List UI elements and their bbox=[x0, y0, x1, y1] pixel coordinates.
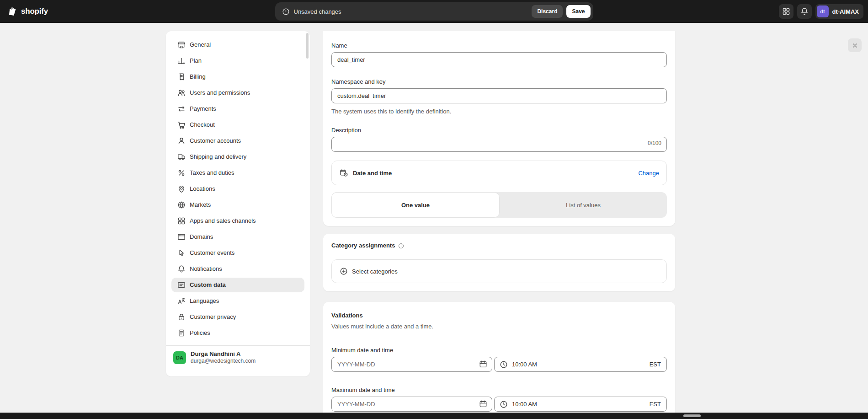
calendar-icon[interactable] bbox=[479, 360, 488, 369]
min-time-value: 10:00 AM bbox=[512, 361, 537, 368]
payments-icon bbox=[177, 104, 186, 113]
sidebar-item-languages[interactable]: Languages bbox=[171, 294, 304, 308]
description-label: Description bbox=[331, 126, 667, 135]
apps-grid-icon bbox=[782, 7, 791, 16]
sidebar-item-apps-and-sales-channels[interactable]: Apps and sales channels bbox=[171, 214, 304, 228]
sidebar-item-custom-data[interactable]: Custom data bbox=[171, 278, 304, 292]
select-categories-label: Select categories bbox=[352, 268, 398, 275]
settings-nav-list: GeneralPlanBillingUsers and permissionsP… bbox=[171, 38, 304, 340]
validations-subtitle: Values must include a date and a time. bbox=[331, 322, 667, 331]
pin-icon bbox=[177, 184, 186, 193]
horizontal-scrollbar-thumb[interactable] bbox=[683, 414, 701, 417]
sidebar-item-label: Notifications bbox=[190, 264, 222, 274]
calendar-icon[interactable] bbox=[479, 399, 488, 408]
discard-button[interactable]: Discard bbox=[532, 5, 563, 18]
sidebar-item-domains[interactable]: Domains bbox=[171, 230, 304, 244]
info-icon[interactable] bbox=[398, 242, 405, 249]
max-time-value: 10:00 AM bbox=[512, 401, 537, 408]
globe-icon bbox=[177, 200, 186, 210]
sidebar-item-label: Customer privacy bbox=[190, 312, 236, 322]
plan-icon bbox=[177, 56, 186, 65]
top-bar: shopify Unsaved changes Discard Save dt … bbox=[0, 0, 868, 23]
sidebar-item-billing[interactable]: Billing bbox=[171, 70, 304, 84]
cursor-icon bbox=[177, 248, 186, 258]
sidebar-scrollbar-thumb[interactable] bbox=[306, 33, 309, 59]
checkout-icon bbox=[177, 120, 186, 129]
policies-icon bbox=[177, 328, 186, 338]
users-icon bbox=[177, 88, 186, 97]
sidebar-item-notifications[interactable]: Notifications bbox=[171, 262, 304, 276]
topbar-right-group: dt dt-AIMAX bbox=[779, 4, 864, 19]
sidebar-account: DA Durga Nandhini A durga@wedesigntech.c… bbox=[171, 346, 304, 369]
notifications-button[interactable] bbox=[797, 4, 812, 19]
user-menu[interactable]: dt dt-AIMAX bbox=[815, 4, 864, 19]
sidebar-item-policies[interactable]: Policies bbox=[171, 326, 304, 340]
sidebar-item-label: Taxes and duties bbox=[190, 168, 234, 177]
customdata-icon bbox=[177, 280, 186, 290]
max-timezone-label: EST bbox=[650, 401, 661, 408]
sidebar-item-label: Plan bbox=[190, 56, 202, 65]
min-time-input[interactable]: 10:00 AM EST bbox=[494, 357, 667, 372]
max-date-input[interactable] bbox=[331, 397, 492, 412]
sidebar-item-locations[interactable]: Locations bbox=[171, 182, 304, 196]
namespace-help-text: The system uses this to identify the def… bbox=[331, 107, 667, 116]
min-date-input[interactable] bbox=[331, 357, 492, 372]
shopify-admin-screen: shopify Unsaved changes Discard Save dt … bbox=[0, 0, 868, 419]
shopify-logo[interactable]: shopify bbox=[7, 6, 48, 17]
category-assignments-title: Category assignments bbox=[331, 241, 395, 250]
sidebar-item-label: Checkout bbox=[190, 120, 215, 129]
sidebar-item-general[interactable]: General bbox=[171, 38, 304, 52]
close-settings-button[interactable] bbox=[848, 38, 862, 52]
shopify-bag-icon bbox=[7, 6, 18, 17]
sidebar-item-label: Domains bbox=[190, 232, 213, 242]
date-time-icon bbox=[339, 168, 348, 177]
sidebar-item-shipping-and-delivery[interactable]: Shipping and delivery bbox=[171, 150, 304, 164]
domains-icon bbox=[177, 232, 186, 242]
sidebar-item-users-and-permissions[interactable]: Users and permissions bbox=[171, 86, 304, 100]
apps-icon bbox=[177, 216, 186, 226]
change-type-link[interactable]: Change bbox=[638, 170, 659, 177]
max-date-time-label: Maximum date and time bbox=[331, 386, 667, 395]
settings-sidebar: GeneralPlanBillingUsers and permissionsP… bbox=[166, 31, 310, 376]
validations-card: Validations Values must include a date a… bbox=[323, 302, 675, 419]
one-value-option[interactable]: One value bbox=[331, 192, 500, 218]
store-icon bbox=[177, 40, 186, 49]
list-of-values-option[interactable]: List of values bbox=[500, 192, 667, 218]
sidebar-item-checkout[interactable]: Checkout bbox=[171, 118, 304, 132]
namespace-input[interactable] bbox=[331, 88, 667, 103]
max-time-input[interactable]: 10:00 AM EST bbox=[494, 397, 667, 412]
bell-icon bbox=[177, 264, 186, 274]
save-button[interactable]: Save bbox=[566, 5, 590, 18]
bell-icon bbox=[800, 7, 809, 16]
sidebar-item-customer-privacy[interactable]: Customer privacy bbox=[171, 310, 304, 324]
sidebar-item-label: Languages bbox=[190, 296, 219, 306]
name-input[interactable] bbox=[331, 52, 667, 67]
sidebar-item-customer-events[interactable]: Customer events bbox=[171, 246, 304, 260]
store-name: dt-AIMAX bbox=[832, 8, 859, 15]
name-label: Name bbox=[331, 41, 667, 50]
account-email: durga@wedesigntech.com bbox=[191, 358, 256, 365]
sidebar-item-customer-accounts[interactable]: Customer accounts bbox=[171, 134, 304, 148]
unsaved-changes-message: Unsaved changes bbox=[294, 8, 341, 15]
sidebar-item-label: Users and permissions bbox=[190, 88, 250, 97]
sidebar-item-label: Customer events bbox=[190, 248, 234, 258]
sidebar-item-plan[interactable]: Plan bbox=[171, 54, 304, 68]
sidebar-item-payments[interactable]: Payments bbox=[171, 102, 304, 116]
sidebar-item-markets[interactable]: Markets bbox=[171, 198, 304, 212]
character-counter: 0/100 bbox=[648, 140, 661, 146]
apps-grid-button[interactable] bbox=[779, 4, 793, 19]
clock-icon bbox=[499, 400, 508, 409]
sidebar-item-label: Shipping and delivery bbox=[190, 152, 246, 161]
plus-circle-icon bbox=[339, 267, 348, 276]
bottom-bar bbox=[0, 413, 868, 419]
description-input[interactable] bbox=[331, 137, 667, 152]
sidebar-item-label: Customer accounts bbox=[190, 136, 241, 145]
account-name: Durga Nandhini A bbox=[191, 350, 256, 358]
unsaved-changes-bar: Unsaved changes Discard Save bbox=[275, 2, 593, 21]
min-timezone-label: EST bbox=[650, 361, 661, 368]
definition-card: Name Namespace and key The system uses t… bbox=[323, 31, 675, 226]
sidebar-item-taxes-and-duties[interactable]: Taxes and duties bbox=[171, 166, 304, 180]
select-categories-button[interactable]: Select categories bbox=[331, 259, 667, 283]
content-type-label: Date and time bbox=[353, 170, 392, 177]
min-date-time-label: Minimum date and time bbox=[331, 346, 667, 355]
